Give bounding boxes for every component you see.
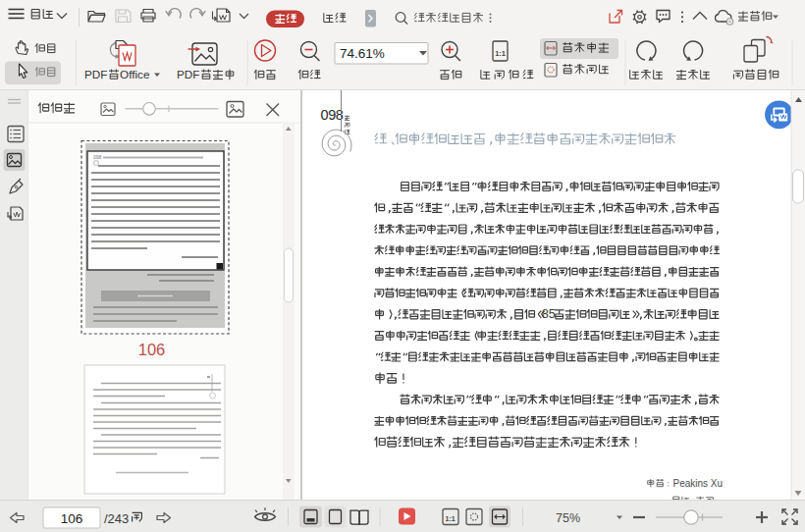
svg-text:/243: /243 — [104, 511, 129, 526]
svg-text:75%: 75% — [556, 511, 580, 525]
svg-text:85: 85 — [542, 306, 556, 321]
svg-text:1:1: 1:1 — [446, 515, 456, 522]
svg-text:098: 098 — [93, 154, 102, 160]
svg-text:106: 106 — [61, 511, 83, 526]
svg-text:PDF: PDF — [84, 68, 108, 80]
svg-text:Peakins Xu: Peakins Xu — [673, 478, 724, 489]
svg-text:106: 106 — [138, 341, 166, 358]
svg-text:PDF: PDF — [177, 68, 200, 80]
svg-text:098: 098 — [321, 107, 344, 123]
svg-text:Office: Office — [120, 68, 150, 80]
svg-text:1:1: 1:1 — [495, 49, 506, 58]
svg-text:74.61%: 74.61% — [340, 46, 385, 61]
